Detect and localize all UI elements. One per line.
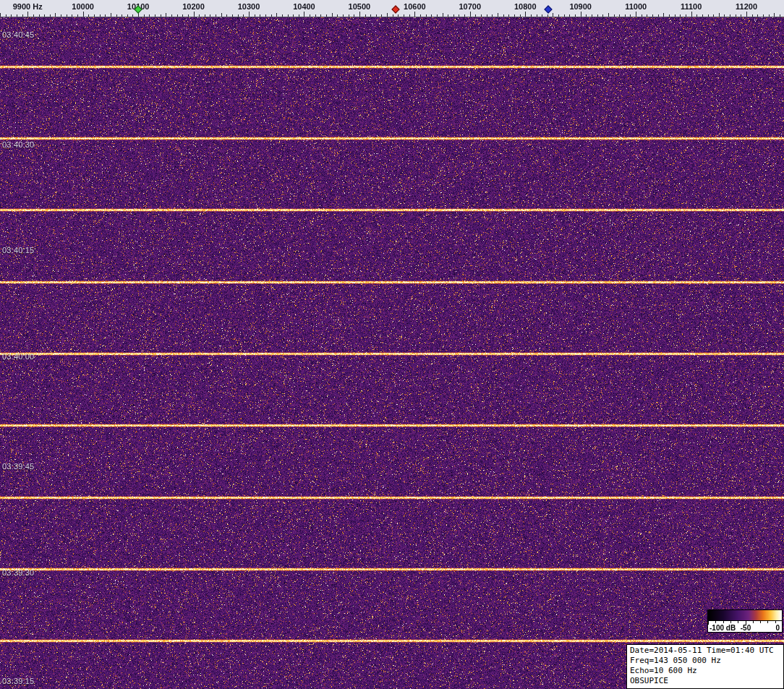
freq-label: 11000 xyxy=(625,2,647,11)
freq-label: 10500 xyxy=(349,2,371,11)
legend-label-min: -100 dB xyxy=(710,624,736,632)
info-box: Date=2014-05-11 Time=01:40 UTC Freq=143 … xyxy=(626,644,784,689)
legend-colormap-gradient xyxy=(707,609,783,621)
spectrogram-canvas[interactable] xyxy=(0,17,784,689)
freq-label: 9900 Hz xyxy=(13,2,43,11)
legend-scale: -100 dB -50 0 xyxy=(707,621,783,633)
frequency-ruler[interactable]: 9900 Hz100001010010200103001040010500106… xyxy=(0,0,784,17)
info-line-date: Date=2014-05-11 Time=01:40 UTC xyxy=(630,646,780,656)
info-line-echo: Echo=10 600 Hz xyxy=(630,666,780,676)
freq-label: 10900 xyxy=(569,2,592,11)
freq-label: 10700 xyxy=(459,2,481,11)
legend-label-max: 0 xyxy=(775,624,780,632)
freq-label: 10200 xyxy=(182,2,205,11)
legend-label-mid: -50 xyxy=(741,624,751,632)
intensity-legend: -100 dB -50 0 xyxy=(707,609,784,633)
freq-label: 10000 xyxy=(72,2,94,11)
freq-label: 10600 xyxy=(404,2,426,11)
freq-label: 11200 xyxy=(736,2,757,11)
freq-label: 11100 xyxy=(681,2,702,11)
freq-label: 10400 xyxy=(293,2,315,11)
info-line-freq: Freq=143 050 000 Hz xyxy=(630,656,780,666)
spectrogram-app: 9900 Hz100001010010200103001040010500106… xyxy=(0,0,784,689)
freq-label: 10800 xyxy=(514,2,537,11)
info-line-station: OBSUPICE xyxy=(630,676,780,686)
freq-label: 10300 xyxy=(238,2,260,11)
